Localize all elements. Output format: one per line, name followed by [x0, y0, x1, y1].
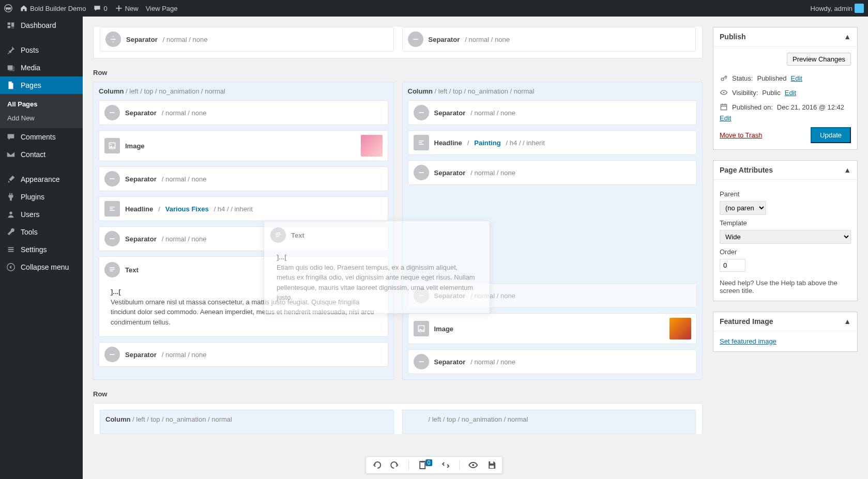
svg-point-4	[110, 144, 111, 145]
element-headline[interactable]: Headline / Painting/ h4 / / inherit	[408, 130, 697, 155]
sidebar-item-plugins[interactable]: Plugins	[0, 188, 83, 206]
element-separator[interactable]: Separator/ normal / none	[99, 100, 388, 125]
separator-icon	[414, 105, 429, 120]
eye-icon	[468, 460, 478, 470]
plugin-icon	[6, 192, 16, 202]
home-icon	[20, 4, 28, 12]
collapse-icon	[6, 262, 16, 272]
builder-row[interactable]: Column / left / top / no_animation / nor…	[93, 403, 703, 434]
element-headline[interactable]: Headline / Various Fixes/ h4 / / inherit	[99, 196, 388, 221]
svg-rect-9	[420, 461, 425, 469]
element-image[interactable]: Image	[99, 130, 388, 161]
sidebar-item-media[interactable]: Media	[0, 59, 83, 76]
toggle-icon[interactable]: ▲	[844, 317, 851, 326]
element-separator[interactable]: Separator/ normal / none	[408, 160, 697, 185]
paste-icon	[440, 460, 451, 470]
element-separator[interactable]: Separator / normal / none	[402, 27, 696, 52]
sidebar-item-pages[interactable]: Pages	[0, 76, 83, 94]
calendar-icon	[720, 103, 728, 111]
svg-point-7	[723, 91, 724, 93]
save-icon	[486, 460, 497, 470]
separator-icon	[104, 171, 120, 187]
edit-visibility-link[interactable]: Edit	[785, 89, 796, 97]
toggle-icon[interactable]: ▲	[844, 166, 851, 174]
user-icon	[6, 210, 16, 219]
separator-icon	[105, 32, 121, 47]
separator-icon	[408, 32, 423, 47]
separator-icon	[104, 347, 120, 362]
greeting-link[interactable]: Howdy, admin	[811, 4, 864, 13]
sidebar-item-tools[interactable]: Tools	[0, 223, 83, 241]
brush-icon	[6, 175, 16, 184]
parent-select[interactable]: (no parent)	[720, 201, 766, 215]
template-select[interactable]: Wide	[720, 230, 851, 244]
builder-row[interactable]: Separator / normal / none Separator / no…	[93, 27, 703, 58]
paste-button[interactable]	[440, 460, 451, 470]
wp-logo[interactable]	[4, 4, 12, 12]
sidebar-item-dashboard[interactable]: Dashboard	[0, 17, 83, 34]
move-to-trash-link[interactable]: Move to Trash	[720, 131, 762, 139]
view-page-link[interactable]: View Page	[146, 5, 178, 12]
image-icon	[414, 321, 429, 336]
undo-button[interactable]	[371, 460, 382, 470]
sidebar-item-users[interactable]: Users	[0, 206, 83, 223]
site-link[interactable]: Bold Builder Demo	[20, 4, 86, 12]
redo-icon	[390, 460, 400, 470]
comment-icon	[6, 132, 16, 142]
parent-label: Parent	[720, 190, 851, 198]
headline-icon	[414, 135, 429, 150]
element-separator[interactable]: Separator / normal / none	[100, 27, 394, 52]
sidebar-item-settings[interactable]: Settings	[0, 241, 83, 258]
sidebar-item-posts[interactable]: Posts	[0, 41, 83, 59]
sidebar-sub-add-new[interactable]: Add New	[0, 111, 83, 125]
image-icon	[104, 138, 120, 153]
sidebar-item-contact[interactable]: Contact	[0, 146, 83, 163]
key-icon	[720, 74, 728, 82]
element-separator[interactable]: Separator/ normal / none	[99, 166, 388, 191]
set-featured-image-link[interactable]: Set featured image	[720, 337, 776, 345]
clipboard-button[interactable]: 0	[417, 460, 433, 470]
sidebar-item-comments[interactable]: Comments	[0, 128, 83, 146]
headline-icon	[104, 201, 120, 217]
sidebar-item-appearance[interactable]: Appearance	[0, 171, 83, 188]
element-separator[interactable]: Separator/ normal / none	[408, 349, 697, 374]
separator-icon	[104, 231, 120, 246]
preview-changes-button[interactable]: Preview Changes	[787, 53, 851, 66]
svg-rect-10	[421, 461, 424, 462]
sidebar-sub-all-pages[interactable]: All Pages	[0, 97, 83, 111]
page-icon	[6, 81, 16, 90]
comments-link[interactable]: 0	[93, 4, 107, 12]
settings-icon	[6, 245, 16, 254]
redo-button[interactable]	[390, 460, 400, 470]
builder-column[interactable]: / left / top / no_animation / normal	[402, 410, 696, 434]
edit-date-link[interactable]: Edit	[720, 114, 731, 122]
row-label: Row	[93, 390, 703, 398]
admin-sidebar: Dashboard Posts Media Pages All Pages Ad…	[0, 17, 83, 479]
builder-column[interactable]: Column / left / top / no_animation / nor…	[100, 410, 394, 434]
svg-point-11	[472, 464, 474, 466]
svg-rect-8	[721, 104, 726, 110]
publish-title: Publish	[720, 33, 746, 41]
separator-icon	[104, 105, 120, 120]
separator-icon	[414, 165, 429, 180]
svg-point-1	[9, 212, 12, 214]
mail-icon	[6, 150, 16, 159]
sidebar-item-collapse[interactable]: Collapse menu	[0, 258, 83, 276]
clipboard-badge: 0	[425, 459, 433, 466]
update-button[interactable]: Update	[811, 127, 851, 143]
eye-icon	[720, 88, 728, 97]
save-button[interactable]	[486, 460, 497, 470]
dragging-element[interactable]: Text ]...[Etiam quis odio leo. Praesent …	[264, 221, 490, 314]
edit-status-link[interactable]: Edit	[791, 74, 802, 82]
right-panel: Publish▲ Preview Changes Status: Publish…	[713, 27, 858, 469]
toggle-icon[interactable]: ▲	[844, 33, 851, 41]
plus-icon	[115, 4, 123, 12]
preview-button[interactable]	[468, 460, 478, 470]
image-thumb	[669, 318, 691, 339]
help-text: Need help? Use the Help tab above the sc…	[720, 279, 851, 295]
new-link[interactable]: New	[115, 4, 139, 12]
element-image[interactable]: Image	[408, 313, 697, 344]
element-separator[interactable]: Separator/ normal / none	[408, 100, 697, 125]
element-separator[interactable]: Separator/ normal / none	[99, 342, 388, 367]
order-input[interactable]	[720, 259, 745, 272]
